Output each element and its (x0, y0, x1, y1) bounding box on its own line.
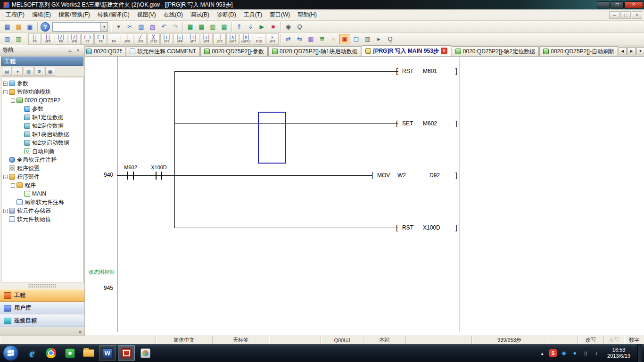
tree-item-intelligent-function-module[interactable]: - 智能功能模块 (1, 88, 83, 96)
tab-scroll-right-button[interactable]: ▶ (627, 47, 636, 55)
pane-button-project[interactable]: 工程 (0, 289, 84, 302)
read-mode-button[interactable]: ▢ (351, 34, 362, 44)
menu-item[interactable]: 工程(P) (2, 9, 28, 20)
tray-expand-button[interactable]: ▴ (538, 349, 546, 357)
menu-item[interactable]: 窗口(W) (266, 9, 294, 20)
verify-button[interactable]: ▥ (207, 22, 218, 32)
note-display-button[interactable]: ≡ (328, 34, 339, 44)
cut-button[interactable]: ✂ (124, 22, 135, 32)
monitor-start-button[interactable]: ▶ (256, 22, 267, 32)
program-selector-combo[interactable]: ▾ (52, 22, 108, 32)
falling-pulse-branch-button[interactable]: ┤↓├ aF8 (200, 33, 213, 45)
tab-qd75p2-parameter[interactable]: 0020:QD75P2[]-参数 (200, 46, 268, 56)
taskbar-chrome[interactable] (42, 345, 59, 361)
tree-item-axis2-positioning-data[interactable]: 轴2定位数据 (1, 122, 83, 130)
instruction-set-m602[interactable]: SET (402, 120, 413, 127)
nav-tool-sort-button[interactable]: ▥ (24, 67, 33, 76)
tree-expand-toggle[interactable]: - (3, 90, 8, 94)
tree-item-pou[interactable]: - 程序部件 (1, 173, 83, 181)
pane-button-connection-destination[interactable]: 连接目标 (0, 314, 84, 327)
pane-button-user-library[interactable]: 用户库 (0, 302, 84, 314)
mdi-minimize-button[interactable]: – (609, 11, 619, 19)
menu-item[interactable]: 帮助(H) (294, 9, 321, 20)
tree-item-axis2-block-start-data[interactable]: 轴2块启动数据 (1, 139, 83, 147)
read-from-plc-button[interactable]: ⇓ (245, 22, 256, 32)
invert-result-button[interactable]: ─┤ aF5 (213, 33, 226, 45)
paste-button[interactable]: ▧ (147, 22, 158, 32)
tree-expand-toggle[interactable]: + (3, 82, 8, 86)
ladder-editor-canvas[interactable]: [ RST M601 ] [ SET M602 ] 940 M602 X100D… (85, 57, 644, 336)
tray-security-app[interactable]: ◆ (560, 349, 568, 357)
tree-item-device-memory[interactable]: + 软元件存储器 (1, 206, 83, 215)
closed-contact-button[interactable]: ┤/├ F6 (55, 33, 67, 45)
menu-item[interactable]: 诊断(D) (213, 9, 240, 20)
tree-item-qd75p2[interactable]: - 0020:QD75P2 (1, 96, 83, 105)
write-to-plc-button[interactable]: ⇑ (234, 22, 245, 32)
tree-item-device-initial-value[interactable]: 软元件初始值 (1, 215, 83, 223)
comment-display-button[interactable]: ▦ (305, 34, 316, 44)
chevron-down-icon[interactable]: ▾ (100, 23, 107, 31)
tree-item-main[interactable]: MAIN (1, 189, 83, 198)
pin-icon[interactable]: ⊥ (66, 47, 74, 54)
diagnostics-button[interactable]: ◉ (283, 22, 294, 32)
show-desktop-button[interactable] (637, 344, 642, 362)
taskbar-clock[interactable]: 16:53 2013/6/19 (607, 347, 630, 359)
taskbar-designer[interactable] (137, 345, 154, 361)
application-instruction-button[interactable]: [ ] F8 (94, 33, 107, 45)
vertical-line-button[interactable]: │ sF9 (121, 33, 133, 45)
edit-line-button[interactable]: ▭ F10 (253, 33, 265, 45)
zoom-level-button[interactable]: Q (385, 34, 396, 44)
pane-drag-handle[interactable] (28, 284, 56, 288)
monitor-stop-button[interactable]: ■ (268, 22, 279, 32)
write-mode-button[interactable]: ▣ (339, 34, 350, 44)
delete-vertical-line-button[interactable]: ╳ cF10 (147, 33, 160, 45)
instruction-mov[interactable]: MOV (377, 172, 390, 179)
close-icon[interactable]: × (74, 47, 82, 54)
closed-branch-button[interactable]: ┤/├ sF6 (68, 33, 81, 45)
tree-item-auto-refresh[interactable]: 自动刷新 (1, 147, 83, 156)
menu-item[interactable]: 编辑(E) (28, 9, 55, 20)
save-project-button[interactable]: ▣ (25, 22, 35, 32)
tab-axis1-block-start-data[interactable]: 0020:QD75P2[]-轴1块启动数据 (268, 46, 361, 56)
open-project-button[interactable]: ▦ (13, 22, 24, 32)
next-window-button[interactable]: ▸ (373, 34, 384, 44)
close-button[interactable]: × (624, 1, 643, 8)
menu-item[interactable]: 视图(V) (133, 9, 160, 20)
tab-device-comment[interactable]: 软元件注释 COMMENT (126, 46, 200, 56)
operand-d92[interactable]: D92 (429, 172, 440, 179)
open-branch-button[interactable]: ┤├ sF5 (41, 33, 54, 45)
operand-x100d[interactable]: X100D (423, 224, 440, 231)
tab-axis2-positioning-data[interactable]: 0020:QD75P2[]-轴2定位数据 (452, 46, 539, 56)
rising-pulse-button[interactable]: ┤↑├ sF7 (160, 33, 173, 45)
new-project-button[interactable]: ▤ (2, 22, 13, 32)
operand-m602[interactable]: M602 (423, 120, 437, 127)
window-display-button[interactable]: ? (41, 22, 50, 32)
menu-item[interactable]: 在线(O) (160, 9, 187, 20)
tree-expand-toggle[interactable]: + (3, 209, 8, 213)
device-memory-button[interactable]: ▦ (196, 22, 207, 32)
tree-expand-toggle[interactable]: - (11, 99, 15, 103)
delete-line-button[interactable]: ✕ aF9 (266, 33, 279, 45)
tree-item-program[interactable]: - 程序 (1, 181, 83, 189)
minimize-button[interactable]: – (597, 1, 610, 8)
taskbar-explorer[interactable] (80, 345, 97, 361)
tab-auto-refresh[interactable]: 0020:QD75P2[]-自动刷新 (539, 46, 618, 56)
menu-item[interactable]: 工具(T) (240, 9, 266, 20)
line-statement[interactable]: 状态图控制 (89, 269, 115, 276)
tab-axis2-block-start-data[interactable]: 0020:QD75P2[]-轴2块启动数据 (86, 46, 125, 56)
contact-label-m602[interactable]: M602 (119, 165, 142, 170)
start-button[interactable] (3, 345, 19, 361)
tree-item-program-setting[interactable]: 程序设置 (1, 164, 83, 173)
nav-tool-settings-button[interactable]: ⚙ (34, 67, 44, 76)
maximize-button[interactable]: □ (611, 1, 624, 8)
copy-button[interactable]: ▥ (136, 22, 147, 32)
tray-device-app[interactable]: ▯ (582, 349, 589, 357)
tree-expand-toggle[interactable]: - (11, 183, 15, 188)
falling-pulse-button[interactable]: ┤↓├ sF8 (173, 33, 186, 45)
taskbar-word[interactable] (99, 345, 116, 361)
nav-tool-filter-button[interactable]: ▦ (45, 67, 55, 76)
taskbar-internet-explorer[interactable] (24, 345, 41, 361)
tree-item-global-device-comment[interactable]: 全局软元件注释 (1, 156, 83, 164)
device-comment-button[interactable]: ▦ (185, 22, 196, 32)
redo-button[interactable]: ↷ (170, 22, 181, 32)
